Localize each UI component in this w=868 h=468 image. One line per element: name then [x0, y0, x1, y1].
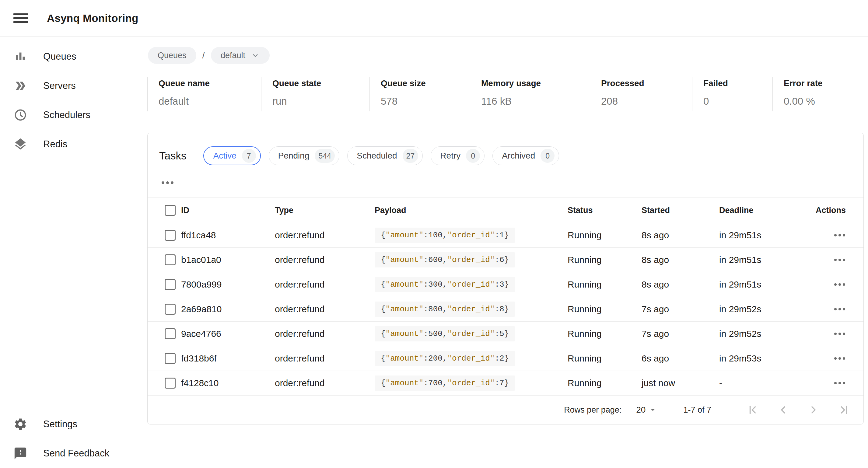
- task-id: b1ac01a0: [181, 255, 275, 265]
- column-header: Status: [568, 206, 642, 215]
- pagination-range: 1-7 of 7: [683, 405, 711, 415]
- table-row: b1ac01a0 order:refund {"amount":600,"ord…: [148, 248, 863, 272]
- task-started: 6s ago: [642, 353, 719, 364]
- breadcrumb-queue-select[interactable]: default: [211, 47, 270, 64]
- sidebar-item-label: Send Feedback: [43, 448, 109, 459]
- task-deadline: in 29m51s: [719, 230, 816, 240]
- rows-per-page-select[interactable]: 20: [636, 405, 657, 415]
- row-checkbox[interactable]: [165, 378, 176, 388]
- row-checkbox[interactable]: [165, 328, 176, 339]
- previous-page-icon[interactable]: [776, 403, 790, 417]
- tab-count-badge: 0: [466, 149, 480, 163]
- tab-label: Active: [213, 151, 236, 161]
- task-status: Running: [568, 279, 642, 290]
- task-started: 7s ago: [642, 304, 719, 314]
- row-actions-more-icon[interactable]: [834, 333, 845, 335]
- column-header: Deadline: [719, 206, 816, 215]
- stat-cell: Error rate 0.00 %: [772, 77, 864, 112]
- queue-stats-row: Queue name default Queue state run Queue…: [147, 77, 864, 112]
- row-checkbox[interactable]: [165, 304, 176, 315]
- task-started: 8s ago: [642, 279, 719, 290]
- chevron-down-icon: [251, 51, 260, 60]
- row-actions-more-icon[interactable]: [834, 308, 845, 310]
- column-header: Started: [642, 206, 719, 215]
- tab-count-badge: 544: [315, 149, 335, 163]
- tab-label: Archived: [502, 151, 535, 161]
- breadcrumb: Queues / default: [148, 47, 864, 64]
- sidebar-item[interactable]: Schedulers: [0, 100, 147, 130]
- sidebar-item-label: Redis: [43, 139, 67, 150]
- last-page-icon[interactable]: [837, 403, 851, 417]
- column-header: ID: [181, 206, 275, 215]
- task-status: Running: [568, 255, 642, 265]
- task-type: order:refund: [275, 255, 375, 265]
- stat-label: Queue state: [272, 79, 370, 88]
- row-checkbox[interactable]: [165, 230, 176, 241]
- tab-label: Scheduled: [357, 151, 397, 161]
- task-state-tab[interactable]: Active 7: [203, 146, 260, 165]
- table-row: 7800a999 order:refund {"amount":300,"ord…: [148, 272, 863, 297]
- stat-label: Memory usage: [481, 79, 590, 88]
- app-bar: Asynq Monitoring: [0, 0, 868, 36]
- next-page-icon[interactable]: [806, 403, 821, 417]
- layers-icon: [13, 137, 27, 151]
- task-status: Running: [568, 353, 642, 364]
- task-type: order:refund: [275, 279, 375, 290]
- task-type: order:refund: [275, 378, 375, 388]
- row-actions-more-icon[interactable]: [834, 259, 845, 261]
- row-checkbox[interactable]: [165, 353, 176, 364]
- double-arrow-icon: [13, 79, 27, 93]
- task-payload: {"amount":300,"order_id":3}: [375, 277, 515, 292]
- row-actions-more-icon[interactable]: [834, 234, 845, 237]
- task-state-tab[interactable]: Retry 0: [431, 146, 485, 165]
- task-id: 2a69a810: [181, 304, 275, 314]
- tab-count-badge: 0: [540, 149, 555, 163]
- stat-label: Queue name: [159, 79, 261, 88]
- task-id: 7800a999: [181, 279, 275, 290]
- hamburger-menu-icon[interactable]: [13, 11, 28, 26]
- task-status: Running: [568, 378, 642, 388]
- task-started: 7s ago: [642, 329, 719, 339]
- task-state-tabs: Active 7 Pending 544 Scheduled 27 Retry …: [203, 146, 559, 165]
- gear-icon: [13, 417, 27, 431]
- task-payload: {"amount":800,"order_id":8}: [375, 302, 515, 317]
- task-state-tab[interactable]: Archived 0: [492, 146, 559, 165]
- task-id: 9ace4766: [181, 329, 275, 339]
- sidebar-footer-item[interactable]: Settings: [0, 410, 147, 439]
- stat-label: Failed: [703, 79, 772, 88]
- sidebar: Queues Servers Schedulers Redis Settings: [0, 36, 147, 468]
- main-content: Queues / default Queue name default Queu…: [147, 36, 868, 468]
- tab-label: Retry: [440, 151, 461, 161]
- task-state-tab[interactable]: Scheduled 27: [347, 146, 423, 165]
- table-row: f4128c10 order:refund {"amount":700,"ord…: [148, 371, 863, 396]
- stat-cell: Failed 0: [692, 77, 772, 112]
- task-payload: {"amount":600,"order_id":6}: [375, 252, 515, 268]
- clock-icon: [13, 108, 27, 122]
- column-header: Payload: [375, 206, 568, 215]
- task-started: 8s ago: [642, 255, 719, 265]
- sidebar-item[interactable]: Redis: [0, 130, 147, 159]
- row-actions-more-icon[interactable]: [834, 382, 845, 384]
- task-deadline: in 29m51s: [719, 255, 816, 265]
- bulk-actions-more-icon[interactable]: [162, 181, 174, 184]
- task-state-tab[interactable]: Pending 544: [269, 146, 339, 165]
- sidebar-item[interactable]: Queues: [0, 42, 147, 71]
- select-all-checkbox[interactable]: [165, 205, 176, 216]
- task-status: Running: [568, 329, 642, 339]
- stat-value: 0: [703, 96, 772, 107]
- row-actions-more-icon[interactable]: [834, 283, 845, 286]
- breadcrumb-queues-chip[interactable]: Queues: [148, 47, 196, 64]
- stat-label: Processed: [601, 79, 692, 88]
- first-page-icon[interactable]: [745, 403, 760, 417]
- row-actions-more-icon[interactable]: [834, 357, 845, 360]
- stat-value: 578: [381, 96, 470, 107]
- sidebar-item[interactable]: Servers: [0, 71, 147, 100]
- sidebar-item-label: Settings: [43, 419, 77, 430]
- row-checkbox[interactable]: [165, 254, 176, 266]
- sidebar-footer-item[interactable]: Send Feedback: [0, 439, 147, 468]
- bar-chart-icon: [13, 50, 27, 64]
- rows-per-page-label: Rows per page:: [564, 405, 621, 415]
- row-checkbox[interactable]: [165, 279, 176, 290]
- task-deadline: -: [719, 378, 816, 388]
- stat-cell: Queue size 578: [370, 77, 470, 112]
